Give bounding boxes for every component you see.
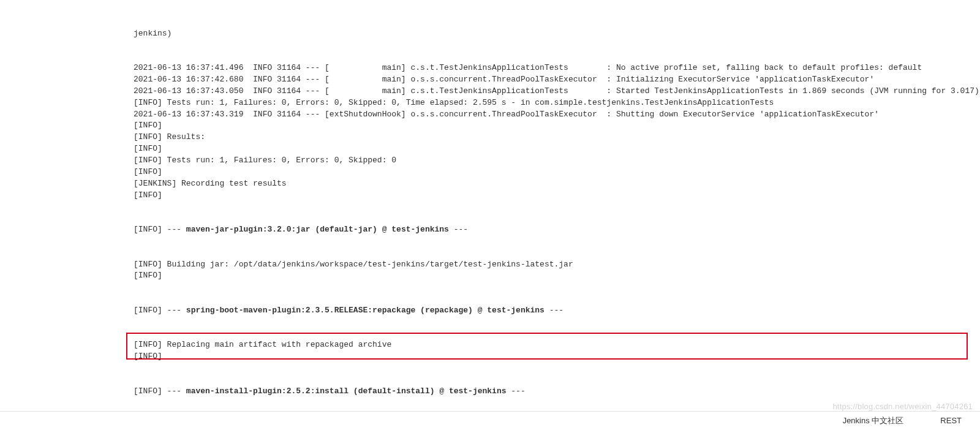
maven-plugin-bold: maven-install-plugin:2.5.2:install (defa… xyxy=(186,387,507,396)
log-line: jenkins) xyxy=(134,28,980,40)
log-line: 2021-06-13 16:37:43.050 INFO 31164 --- [… xyxy=(134,86,980,97)
maven-plugin-bold: spring-boot-maven-plugin:2.3.5.RELEASE:r… xyxy=(186,306,545,315)
log-line: [INFO] xyxy=(134,270,980,282)
log-line-plugin: [INFO] --- maven-jar-plugin:3.2.0:jar (d… xyxy=(134,224,980,236)
log-line-plugin: [INFO] --- spring-boot-maven-plugin:2.3.… xyxy=(134,305,980,317)
footer-rest-link[interactable]: REST xyxy=(940,415,962,427)
log-line: [INFO] xyxy=(134,190,980,202)
log-line: [INFO] Results: xyxy=(134,132,980,143)
footer-community-link[interactable]: Jenkins 中文社区 xyxy=(843,415,904,427)
log-line: [INFO] Tests run: 1, Failures: 0, Errors… xyxy=(134,97,980,109)
log-line: [INFO] Building jar: /opt/data/jenkins/w… xyxy=(134,259,980,271)
log-line: [INFO] xyxy=(134,143,980,155)
console-output[interactable]: jenkins) 2021-06-13 16:37:41.496 INFO 31… xyxy=(0,0,980,430)
page-footer: Jenkins 中文社区 REST xyxy=(0,411,980,430)
log-line: [INFO] xyxy=(134,167,980,178)
console-viewport: jenkins) 2021-06-13 16:37:41.496 INFO 31… xyxy=(0,0,980,430)
log-line: [INFO] xyxy=(134,120,980,132)
log-line: 2021-06-13 16:37:42.680 INFO 31164 --- [… xyxy=(134,74,980,86)
log-line: [JENKINS] Recording test results xyxy=(134,178,980,190)
log-line: [INFO] Tests run: 1, Failures: 0, Errors… xyxy=(134,155,980,167)
log-line: 2021-06-13 16:37:43.319 INFO 31164 --- [… xyxy=(134,109,980,121)
log-line: 2021-06-13 16:37:41.496 INFO 31164 --- [… xyxy=(134,62,980,74)
annotation-highlight-box xyxy=(126,333,968,360)
maven-plugin-bold: maven-jar-plugin:3.2.0:jar (default-jar)… xyxy=(186,225,449,234)
log-line-plugin: [INFO] --- maven-install-plugin:2.5.2:in… xyxy=(134,386,980,398)
